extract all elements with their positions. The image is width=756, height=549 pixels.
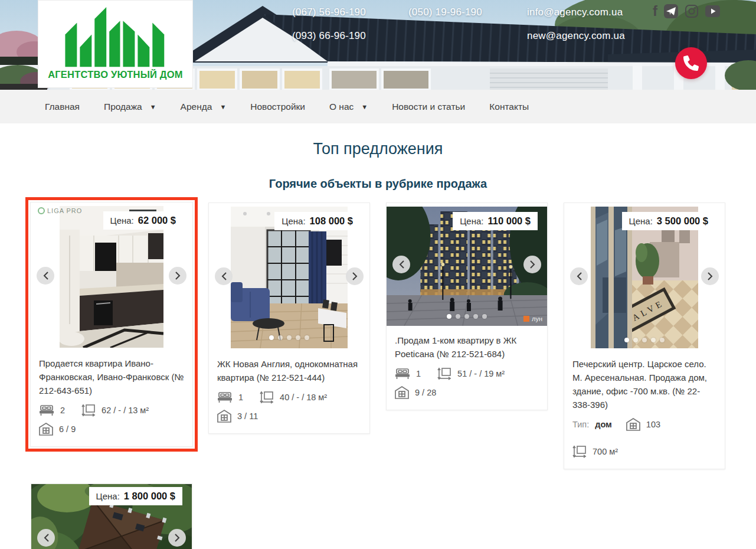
card-body: .Продам 1-ком квартиру в ЖК Poeticана (№… [387, 326, 547, 410]
card-stats: 1 40 / - / 18 м² [217, 391, 361, 423]
carousel-dot[interactable] [305, 335, 309, 340]
area-icon [260, 391, 274, 404]
carousel-dot[interactable] [473, 314, 478, 319]
beds-value: 1 [416, 369, 421, 378]
carousel-prev-button[interactable] [37, 529, 55, 547]
property-card-1[interactable]: LIGA PRO Цена: 62 000 $ Продается кварти… [30, 202, 193, 447]
carousel-next-button[interactable] [169, 267, 186, 285]
carousel-next-button[interactable] [523, 256, 541, 273]
house-icon [39, 423, 53, 436]
chevron-down-icon: ▼ [150, 104, 156, 110]
carousel-dot[interactable] [296, 335, 300, 340]
nav-item-newbuildings[interactable]: Новостройки [250, 102, 305, 112]
price-label: Цена: [460, 216, 483, 226]
card-title[interactable]: ЖК Новая Англия, однокомнатная квартира … [217, 357, 361, 384]
carousel-dot[interactable] [482, 314, 487, 319]
carousel-prev-button[interactable] [37, 267, 54, 285]
carousel-dot[interactable] [456, 314, 460, 319]
carousel-dot[interactable] [624, 338, 629, 342]
type-label: Тип: [572, 420, 589, 429]
beds-stat: 1 [395, 368, 421, 380]
property-card-3[interactable]: Цена: 110 000 $ лун .Продам 1-ком [386, 202, 548, 410]
highlight-frame: LIGA PRO Цена: 62 000 $ Продается кварти… [25, 197, 198, 452]
price-label: Цена: [282, 216, 305, 226]
card-body: Продается квартира Ивано-Франковская, Ив… [31, 349, 192, 446]
price-tag: Цена: 1 800 000 $ [89, 487, 182, 505]
card-media: Цена: 1 800 000 $ [31, 484, 192, 549]
price-tag: Цена: 3 500 000 $ [622, 212, 715, 230]
chevron-right-icon [530, 260, 535, 269]
lun-logo-icon [523, 316, 529, 322]
email-link-2[interactable]: new@agency.com.ua [527, 30, 625, 42]
chevron-down-icon: ▼ [361, 104, 368, 110]
carousel-dot[interactable] [447, 314, 451, 319]
carousel-prev-button[interactable] [570, 267, 588, 285]
house-icon [626, 418, 640, 431]
carousel-dot[interactable] [642, 338, 647, 342]
chevron-left-icon [44, 534, 49, 542]
nav-item-contacts[interactable]: Контакты [489, 102, 529, 112]
house-icon [217, 410, 231, 423]
carousel-next-button[interactable] [168, 529, 186, 547]
chevron-down-icon: ▼ [220, 104, 226, 110]
chevron-left-icon [43, 272, 48, 280]
nav-item-about[interactable]: О нас▼ [329, 102, 368, 112]
type-value: дом [595, 420, 612, 429]
property-card-5[interactable]: Цена: 1 800 000 $ [31, 483, 192, 549]
main-navigation: Главная Продажа▼ Аренда▼ Новостройки О н… [0, 90, 756, 123]
floors-value: 6 / 9 [59, 424, 76, 434]
area-value: 51 / - / 19 м² [457, 369, 505, 378]
chevron-right-icon [352, 272, 358, 280]
area-stat: 51 / - / 19 м² [437, 367, 505, 380]
carousel-dot[interactable] [464, 314, 469, 319]
price-tag: Цена: 108 000 $ [274, 212, 360, 230]
carousel-prev-button[interactable] [215, 267, 233, 285]
nav-item-sale[interactable]: Продажа▼ [104, 102, 156, 112]
price-label: Цена: [110, 215, 134, 226]
carousel-prev-button[interactable] [392, 256, 410, 273]
area-icon [572, 445, 587, 458]
area-stat: 700 м² [572, 445, 618, 458]
instagram-icon[interactable] [685, 4, 699, 18]
carousel-dot[interactable] [278, 335, 283, 340]
area-stat: 62 / - / 13 м² [81, 404, 149, 417]
property-card-4[interactable]: SALVE Цена: [564, 202, 725, 469]
carousel-dot[interactable] [660, 338, 665, 342]
chevron-left-icon [221, 272, 227, 280]
lun-watermark: лун [523, 315, 542, 322]
rooms-value: 103 [646, 420, 660, 429]
bed-icon [217, 391, 233, 403]
facebook-icon[interactable]: f [653, 5, 657, 18]
card-title[interactable]: .Продам 1-ком квартиру в ЖК Poeticана (№… [395, 334, 539, 361]
carousel-dot[interactable] [269, 335, 274, 340]
carousel-next-button[interactable] [701, 267, 719, 285]
nav-item-rent[interactable]: Аренда▼ [181, 102, 227, 112]
floors-stat: 6 / 9 [39, 423, 76, 436]
nav-item-news[interactable]: Новости и статьи [392, 102, 465, 112]
nav-item-home[interactable]: Главная [45, 102, 80, 112]
email-link-1[interactable]: info@agency.com.ua [527, 6, 623, 18]
card-stats: Тип: дом 103 [572, 418, 716, 458]
telegram-icon[interactable] [664, 4, 678, 18]
page-title: Топ предложения [0, 140, 756, 158]
youtube-icon[interactable] [705, 5, 720, 17]
property-card-2[interactable]: Цена: 108 000 $ ЖК Новая Англия, одноком… [208, 202, 370, 434]
area-value: 700 м² [593, 447, 618, 456]
area-stat: 40 / - / 18 м² [260, 391, 327, 404]
carousel-dot[interactable] [287, 335, 292, 340]
phone-link-3[interactable]: (093) 66-96-190 [292, 30, 366, 42]
carousel-dot[interactable] [633, 338, 638, 342]
call-button[interactable] [675, 47, 707, 79]
page: АГЕНТСТВО УЮТНЫЙ ДОМ (067) 56-96-190 (05… [0, 0, 756, 549]
price-value: 3 500 000 $ [657, 215, 708, 227]
card-title[interactable]: Печерский центр. Царское село. М. Аресен… [572, 357, 716, 411]
logo[interactable]: АГЕНТСТВО УЮТНЫЙ ДОМ [38, 0, 193, 88]
carousel-next-button[interactable] [346, 267, 364, 285]
floors-stat: 9 / 28 [395, 386, 539, 399]
carousel-dot[interactable] [651, 338, 656, 342]
liga-pro-watermark: LIGA PRO [38, 207, 82, 214]
phone-link-1[interactable]: (067) 56-96-190 [292, 6, 366, 18]
card-title[interactable]: Продается квартира Ивано-Франковская, Ив… [39, 357, 184, 397]
phone-link-2[interactable]: (050) 19-96-190 [408, 6, 482, 18]
logo-icon [54, 4, 178, 68]
